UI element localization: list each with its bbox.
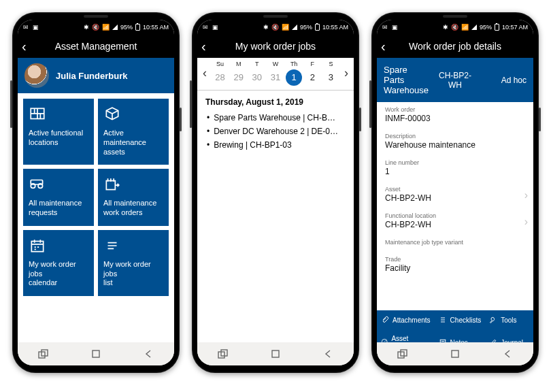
field-value: CH-BP2-WH xyxy=(385,220,525,229)
day-cell[interactable]: 29 xyxy=(231,69,247,86)
tile-label: Active functional locations xyxy=(29,129,88,148)
phone-3: ✉▣ ✱🔇📶 95% 10:57 AM ‹ Work order job det… xyxy=(371,12,539,373)
field-maintenance-job-type-variant: Maintenance job type variant xyxy=(377,235,533,252)
field-asset[interactable]: AssetCH-BP2-WH xyxy=(377,182,533,208)
nav-back-icon[interactable] xyxy=(322,348,333,359)
phone-2: ✉▣ ✱🔇📶 95% 10:55 AM ‹ My work order jobs… xyxy=(192,12,359,373)
time: 10:57 AM xyxy=(502,24,528,31)
user-row[interactable]: Julia Funderburk xyxy=(18,58,174,93)
pen-icon xyxy=(489,338,497,342)
home-icon[interactable] xyxy=(90,348,101,359)
action-label: Journal xyxy=(501,339,523,343)
back-icon[interactable]: ‹ xyxy=(201,39,220,53)
action-notes[interactable]: Notes xyxy=(435,329,486,342)
job-header-right: Ad hoc xyxy=(482,76,527,85)
field-value: 1 xyxy=(385,167,525,176)
day-name: Th xyxy=(285,61,303,69)
svg-rect-11 xyxy=(272,350,279,357)
calendar-week: ‹ SuMTWThFS28293031123 › xyxy=(197,58,354,88)
field-value: Warehouse maintenance xyxy=(385,140,525,150)
prev-week-icon[interactable]: ‹ xyxy=(199,66,211,80)
event-item[interactable]: Denver DC Warehouse 2 | DE-0… xyxy=(197,125,354,138)
action-label: Tools xyxy=(501,316,516,324)
recents-icon[interactable] xyxy=(218,348,229,359)
location-icon xyxy=(29,105,46,123)
tile-active-maintenance-assets[interactable]: Active maintenance assets xyxy=(98,99,169,165)
svg-point-12 xyxy=(382,339,387,342)
action-attachments[interactable]: Attachments xyxy=(377,310,435,329)
note-icon xyxy=(439,338,447,342)
field-label: Line number xyxy=(385,159,525,166)
tile-active-functional-locations[interactable]: Active functional locations xyxy=(23,99,94,165)
back-icon[interactable]: ‹ xyxy=(381,39,400,53)
time: 10:55 AM xyxy=(143,24,169,31)
title-bar: ‹ My work order jobs xyxy=(197,35,354,58)
field-description: DescriptionWarehouse maintenance xyxy=(377,129,533,155)
field-value: INMF-00003 xyxy=(385,114,525,123)
tile-my-work-order-jobs-calendar[interactable]: My work order jobs calendar xyxy=(23,230,94,296)
battery-pct: 95% xyxy=(300,24,312,31)
svg-rect-5 xyxy=(31,241,43,251)
phone-1: ✉▣ ✱🔇📶 95% 10:55 AM ‹ Asset Management J… xyxy=(12,12,180,373)
action-label: Checklists xyxy=(450,316,482,324)
day-cell[interactable]: 2 xyxy=(304,69,320,86)
requests-icon xyxy=(29,176,46,193)
page-title: Work order job details xyxy=(400,41,510,52)
job-header: Spare Parts Warehouse CH-BP2-WH Ad hoc xyxy=(377,58,533,102)
back-icon[interactable]: ‹ xyxy=(22,39,41,53)
tile-my-work-order-jobs-list[interactable]: My work order jobs list xyxy=(98,230,169,296)
nav-back-icon[interactable] xyxy=(502,348,513,359)
nav-back-icon[interactable] xyxy=(143,348,154,359)
day-name: Su xyxy=(211,61,229,69)
field-functional-location[interactable]: Functional locationCH-BP2-WH xyxy=(377,208,533,235)
nav-footer xyxy=(377,342,533,365)
svg-rect-4 xyxy=(106,181,115,190)
action-checklists[interactable]: Checklists xyxy=(435,310,486,329)
day-name: M xyxy=(229,61,248,69)
field-label: Asset xyxy=(385,186,525,193)
action-label: Notes xyxy=(450,339,468,343)
tile-label: Active maintenance assets xyxy=(103,129,163,157)
next-week-icon[interactable]: › xyxy=(340,66,352,80)
field-value: CH-BP2-WH xyxy=(385,193,525,203)
day-cell[interactable]: 28 xyxy=(212,69,229,86)
field-label: Description xyxy=(385,133,525,140)
tile-all-maintenance-work-orders[interactable]: All maintenance work orders xyxy=(98,169,169,226)
status-bar: ✉▣ ✱🔇📶 95% 10:55 AM xyxy=(197,20,354,35)
date-heading: Thursday, August 1, 2019 xyxy=(197,91,354,111)
list-icon xyxy=(439,316,447,324)
day-name: S xyxy=(322,61,340,69)
time: 10:55 AM xyxy=(322,24,348,31)
tile-label: My work order jobs list xyxy=(103,260,163,288)
action-tools[interactable]: Tools xyxy=(485,310,533,329)
svg-rect-8 xyxy=(93,350,99,357)
action-asset-counters[interactable]: Asset counters xyxy=(377,329,435,342)
action-journal[interactable]: Journal xyxy=(485,329,533,342)
field-label: Trade xyxy=(385,256,525,263)
battery-pct: 95% xyxy=(480,24,492,31)
gauge-icon xyxy=(381,338,388,342)
event-item[interactable]: Spare Parts Warehouse | CH-B… xyxy=(197,111,354,125)
day-cell[interactable]: 30 xyxy=(249,69,265,86)
status-bar: ✉▣ ✱🔇📶 95% 10:57 AM xyxy=(377,20,533,35)
tile-label: All maintenance work orders xyxy=(103,199,163,218)
clip-icon xyxy=(381,316,389,324)
work-orders-icon xyxy=(103,176,121,193)
title-bar: ‹ Asset Management xyxy=(18,35,174,58)
day-cell[interactable]: 1 xyxy=(286,69,302,86)
field-label: Functional location xyxy=(385,212,525,219)
event-item[interactable]: Brewing | CH-BP1-03 xyxy=(197,138,354,152)
field-label: Work order xyxy=(385,106,525,113)
tile-all-maintenance-requests[interactable]: All maintenance requests xyxy=(23,169,94,226)
calendar-icon xyxy=(29,237,46,255)
tiles-grid: Active functional locations Active maint… xyxy=(18,93,174,301)
home-icon[interactable] xyxy=(450,348,461,359)
recents-icon[interactable] xyxy=(38,348,49,359)
recents-icon[interactable] xyxy=(397,348,408,359)
action-bar: AttachmentsChecklistsToolsAsset counters… xyxy=(377,310,533,342)
list-icon xyxy=(103,237,121,255)
home-icon[interactable] xyxy=(270,348,281,359)
day-cell[interactable]: 3 xyxy=(322,69,339,86)
page-title: Asset Management xyxy=(41,41,151,52)
day-cell[interactable]: 31 xyxy=(267,69,284,86)
